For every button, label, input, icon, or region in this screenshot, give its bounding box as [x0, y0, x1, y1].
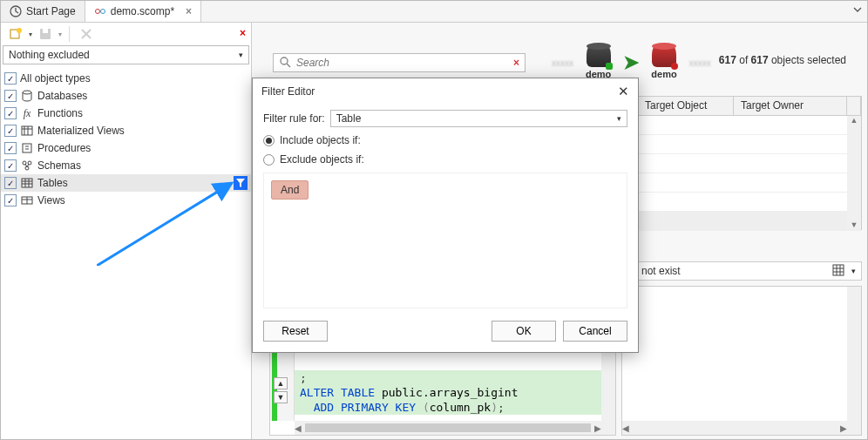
tree-row-procedures[interactable]: ✓ Procedures — [1, 139, 251, 157]
preview-pane: ◀▶ — [621, 286, 862, 436]
source-host: xxxxx — [552, 58, 573, 68]
checkbox-icon[interactable]: ✓ — [4, 107, 17, 119]
checkbox-icon[interactable]: ✓ — [4, 177, 17, 189]
filter-icon[interactable] — [234, 176, 248, 190]
tab-demo[interactable]: demo.scomp* × — [85, 1, 201, 22]
grid-icon[interactable] — [832, 264, 844, 279]
target-db-icon — [652, 46, 676, 67]
delete-icon — [77, 24, 96, 44]
svg-point-4 — [17, 28, 22, 33]
table-icon — [20, 176, 34, 190]
database-icon — [20, 89, 34, 103]
chevron-down-icon: ▾ — [617, 114, 621, 123]
tree-label: Tables — [37, 177, 248, 189]
chevron-down-icon[interactable]: ▾ — [58, 30, 62, 38]
source-db-icon — [587, 46, 611, 67]
target-db-label: demo — [651, 69, 676, 79]
include-label: Include objects if: — [280, 134, 361, 146]
rule-for-value: Table — [336, 112, 362, 125]
scrollbar-vertical[interactable]: ▲▼ — [847, 116, 861, 229]
tree-row-schemas[interactable]: ✓ Schemas — [1, 157, 251, 174]
checkbox-icon[interactable]: ✓ — [4, 72, 17, 85]
exclude-radio[interactable] — [263, 154, 275, 166]
filter-editor-dialog: Filter Editor ✕ Filter rule for: Table ▾… — [252, 78, 639, 353]
checkbox-icon[interactable]: ✓ — [4, 142, 17, 154]
checkbox-icon[interactable]: ✓ — [4, 90, 17, 102]
tree-label: Databases — [37, 90, 248, 102]
object-type-tree: ✓ All object types ✓ Databases ✓ fx Func… — [1, 68, 251, 439]
svg-rect-8 — [22, 126, 32, 135]
tree-label: Views — [37, 194, 248, 206]
schema-icon — [20, 159, 34, 173]
svg-point-7 — [23, 91, 31, 94]
tab-start-page[interactable]: Start Page — [1, 1, 85, 22]
svg-point-2 — [100, 10, 105, 14]
clear-icon[interactable]: × — [513, 57, 519, 69]
checkbox-icon[interactable]: ✓ — [4, 194, 17, 206]
not-exist-dropdown[interactable]: not exist ▾ — [635, 261, 862, 281]
search-field[interactable] — [296, 57, 508, 69]
code-line: ADD PRIMARY KEY (column_pk); — [295, 400, 601, 415]
tree-row-mviews[interactable]: ✓ Materialized Views — [1, 122, 251, 139]
column-scroll — [847, 97, 861, 115]
close-panel-icon[interactable]: × — [240, 27, 246, 39]
tree-row-databases[interactable]: ✓ Databases — [1, 87, 251, 105]
search-icon — [279, 56, 291, 71]
fx-icon: fx — [20, 106, 34, 120]
include-radio[interactable] — [263, 135, 275, 146]
chevron-down-icon[interactable]: ▾ — [29, 30, 32, 38]
svg-rect-16 — [833, 265, 844, 275]
compare-icon — [94, 5, 106, 17]
rule-area[interactable]: And — [263, 173, 627, 308]
and-chip[interactable]: And — [271, 180, 309, 200]
view-icon — [20, 193, 34, 207]
not-exist-label: not exist — [641, 265, 681, 277]
rule-for-select[interactable]: Table ▾ — [330, 110, 627, 127]
exclude-label: Exclude objects if: — [280, 153, 364, 166]
tree-row-views[interactable]: ✓ Views — [1, 192, 251, 209]
chevron-down-icon: ▾ — [239, 51, 243, 59]
reset-button[interactable]: Reset — [263, 321, 328, 342]
tree-label: Procedures — [37, 142, 248, 154]
ok-button[interactable]: OK — [492, 321, 556, 342]
nav-down-icon[interactable]: ▼ — [274, 391, 288, 403]
scrollbar-horizontal[interactable]: ◀▶ — [622, 421, 847, 435]
svg-rect-13 — [22, 179, 32, 187]
filter-combo-label: Nothing excluded — [9, 49, 90, 61]
new-icon[interactable] — [6, 24, 25, 44]
nav-up-icon[interactable]: ▲ — [274, 377, 288, 389]
selection-status: 617 of 617 objects selected — [719, 54, 846, 66]
mview-icon — [20, 124, 34, 138]
close-icon[interactable]: × — [186, 5, 192, 17]
tree-row-all[interactable]: ✓ All object types — [1, 70, 251, 87]
tree-label: Functions — [37, 107, 248, 119]
close-icon[interactable]: ✕ — [618, 84, 629, 99]
filter-combo[interactable]: Nothing excluded ▾ — [3, 45, 249, 64]
svg-point-1 — [95, 10, 99, 14]
tab-label: demo.scomp* — [111, 5, 174, 17]
rule-for-label: Filter rule for: — [263, 112, 325, 125]
scrollbar-horizontal[interactable]: ◀▶ — [295, 421, 601, 435]
save-icon — [36, 24, 55, 44]
code-line: ; — [295, 370, 601, 385]
checkbox-icon[interactable]: ✓ — [4, 159, 17, 172]
target-host: xxxxx — [689, 58, 711, 68]
chevron-down-icon[interactable]: ▾ — [851, 267, 856, 275]
cancel-button[interactable]: Cancel — [563, 321, 627, 342]
dialog-title: Filter Editor — [261, 85, 315, 98]
tree-label: Materialized Views — [37, 125, 248, 137]
tree-label: Schemas — [37, 159, 248, 172]
scrollbar-vertical[interactable] — [847, 287, 861, 421]
checkbox-icon[interactable]: ✓ — [4, 125, 17, 137]
column-target-object[interactable]: Target Object — [638, 97, 734, 115]
column-target-owner[interactable]: Target Owner — [734, 97, 847, 115]
procedure-icon — [20, 141, 34, 155]
chevron-down-icon[interactable] — [853, 4, 862, 17]
tree-label: All object types — [20, 72, 248, 85]
search-input[interactable]: × — [273, 53, 526, 72]
tree-row-tables[interactable]: ✓ Tables — [1, 174, 251, 192]
clock-icon — [10, 5, 22, 17]
arrow-right-icon: ➤ — [623, 51, 639, 74]
svg-rect-9 — [23, 144, 31, 152]
tree-row-functions[interactable]: ✓ fx Functions — [1, 105, 251, 122]
